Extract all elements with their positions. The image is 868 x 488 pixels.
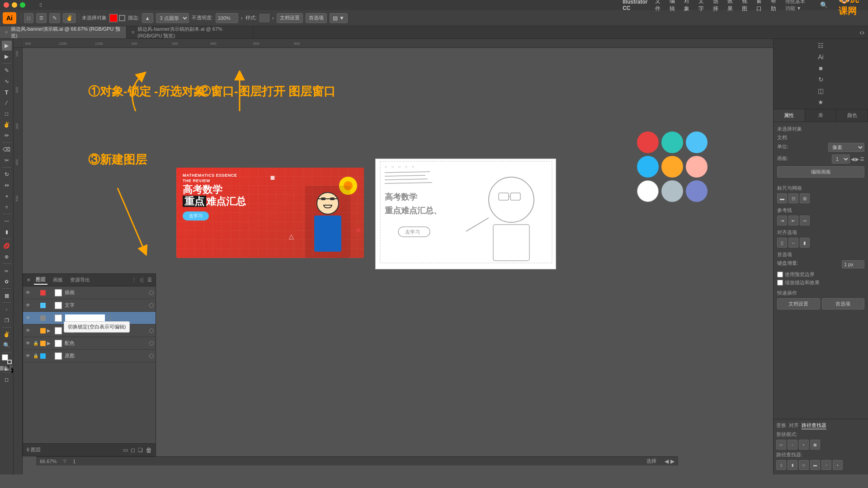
properties-icon[interactable]: ☷ bbox=[816, 41, 825, 51]
menu-object[interactable]: 对象 bbox=[684, 0, 691, 13]
layer-item-wenzi[interactable]: 👁 文字 bbox=[23, 299, 156, 312]
column-graph-tool[interactable]: ▩ bbox=[2, 291, 12, 300]
menu-select[interactable]: 选择 bbox=[713, 0, 720, 13]
workspace-selector[interactable]: 传统基本功能 ▼ bbox=[785, 0, 809, 12]
playback-end[interactable]: ▶ bbox=[670, 458, 675, 465]
pf-merge[interactable]: ▭ bbox=[799, 460, 809, 470]
panel-arrange-icon[interactable]: ‹› bbox=[859, 28, 864, 37]
eyedropper-tool[interactable]: 💋 bbox=[2, 241, 12, 251]
curvature-tool[interactable]: ∿ bbox=[2, 76, 12, 86]
layer-eye-editing[interactable]: 👁 bbox=[25, 315, 31, 320]
arrange-btn[interactable]: ▤ ▼ bbox=[330, 13, 348, 23]
toolbar-brush[interactable]: ✎ bbox=[49, 13, 60, 23]
unit-select[interactable]: 像素 bbox=[828, 143, 864, 152]
menu-edit[interactable]: 编辑 bbox=[670, 0, 677, 13]
guide-btn-2[interactable]: ⇤ bbox=[788, 216, 798, 225]
edit-template-button[interactable]: 编辑画板 bbox=[777, 166, 864, 178]
pf-trim[interactable]: ▮ bbox=[788, 460, 797, 470]
layer-eye-wenzi[interactable]: 👁 bbox=[25, 303, 31, 308]
layers-panel-expand-icon[interactable]: 〈〈 bbox=[140, 277, 144, 283]
maximize-button[interactable] bbox=[20, 2, 25, 8]
delete-layer-btn[interactable]: 🗑 bbox=[146, 446, 152, 454]
layer-item-editing[interactable]: 👁 bbox=[23, 312, 156, 324]
tab-properties[interactable]: 属性 bbox=[774, 109, 805, 122]
minimize-button[interactable] bbox=[12, 2, 17, 8]
menu-help[interactable]: 帮助 bbox=[771, 0, 778, 13]
playback-start[interactable]: ◀ bbox=[665, 458, 669, 465]
layer-name-input[interactable] bbox=[65, 314, 105, 322]
align-center-h[interactable]: ↔ bbox=[788, 238, 798, 248]
layer-lock-peise2[interactable]: 🔒 bbox=[33, 341, 39, 346]
guide-btn-1[interactable]: ⇥ bbox=[777, 216, 787, 225]
select-tool[interactable]: ▶ bbox=[2, 41, 12, 51]
pf-outline[interactable]: ▫ bbox=[821, 460, 831, 470]
app-name[interactable]: Illustrator CC bbox=[623, 0, 647, 11]
layers-close-icon[interactable]: ✕ bbox=[27, 277, 30, 282]
zoom-tool[interactable]: 🔍 bbox=[2, 340, 12, 350]
ruler-toggle[interactable]: ▬ bbox=[777, 193, 787, 203]
tab-artboards[interactable]: 画板 bbox=[51, 276, 65, 284]
warp-tool[interactable]: ⸻ bbox=[2, 216, 12, 226]
toolbar-pen[interactable]: ✌ bbox=[63, 13, 76, 23]
layer-eye-chua[interactable]: 👁 bbox=[25, 290, 31, 295]
preferences-btn[interactable]: 首选项 bbox=[306, 13, 327, 23]
snap-to-grid[interactable]: ⊞ bbox=[800, 193, 810, 203]
graph-tool[interactable]: ▮ bbox=[2, 227, 12, 237]
quick-doc-settings[interactable]: 文档设置 bbox=[777, 298, 820, 310]
measure-tool[interactable]: ⊕ bbox=[2, 252, 12, 262]
tab-asset-export[interactable]: 资源导出 bbox=[68, 276, 92, 284]
doc-settings-btn[interactable]: 文档设置 bbox=[277, 13, 303, 23]
align-right[interactable]: ▮ bbox=[800, 238, 810, 248]
layer-eye-peise1[interactable]: 👁 bbox=[25, 328, 31, 333]
none-mode-icon[interactable]: ✖ bbox=[10, 366, 14, 371]
search-icon[interactable]: 🔍 bbox=[820, 1, 828, 9]
artboard-options[interactable]: ☰ bbox=[860, 156, 864, 162]
close-button[interactable] bbox=[4, 2, 9, 8]
paintbrush-tool[interactable]: ✌ bbox=[2, 120, 12, 130]
menu-effect[interactable]: 效果 bbox=[727, 0, 735, 13]
align-tab[interactable]: 对齐 bbox=[789, 422, 799, 429]
eraser-tool[interactable]: ⌫ bbox=[2, 145, 12, 155]
toolbar-open[interactable]: ☰ bbox=[36, 13, 47, 23]
blend-tool[interactable]: ∞ bbox=[2, 266, 12, 276]
layers-panel-menu-icon[interactable]: ⋮ bbox=[132, 277, 137, 283]
pf-divide[interactable]: ▯ bbox=[776, 460, 786, 470]
layers-panel-options-icon[interactable]: ☰ bbox=[147, 277, 152, 283]
shape-intersect[interactable]: ▪ bbox=[799, 440, 809, 450]
scissors-tool[interactable]: ✂ bbox=[2, 155, 12, 165]
layer-item-peise1[interactable]: 👁 ▶ 配色 bbox=[23, 324, 156, 337]
layer-eye-peise2[interactable]: 👁 bbox=[25, 341, 31, 346]
use-preview-bounds-checkbox[interactable] bbox=[777, 272, 783, 277]
layer-expand-peise1[interactable]: ▶ bbox=[47, 328, 53, 333]
tab-layers[interactable]: 图层 bbox=[34, 275, 47, 285]
shape-select[interactable]: 3 点圆形 bbox=[156, 13, 189, 23]
tab-1[interactable]: ✕ 插边风-banner演示稿的副本.ai @ 67% (RGB/GPU 预览) bbox=[127, 26, 253, 38]
artboard-select[interactable]: 1 bbox=[832, 155, 850, 164]
artboard-prev[interactable]: ◀ bbox=[851, 156, 854, 162]
keyboard-increment-input[interactable] bbox=[842, 260, 864, 268]
layer-eye-yuantu[interactable]: 👁 bbox=[25, 353, 31, 358]
fill-color[interactable] bbox=[109, 14, 118, 22]
layer-item-yuantu[interactable]: 👁 🔒 原图 bbox=[23, 350, 156, 362]
align-left[interactable]: ▯ bbox=[777, 238, 787, 248]
change-screen-mode[interactable]: ◻ bbox=[2, 375, 12, 385]
artboard-tool[interactable]: ◦ bbox=[2, 305, 12, 314]
menu-file[interactable]: 文件 bbox=[655, 0, 662, 13]
transform-icon[interactable]: ◫ bbox=[816, 86, 825, 96]
artboard-next[interactable]: ▶ bbox=[855, 156, 859, 162]
duplicate-layer-btn[interactable]: ❏ bbox=[138, 447, 143, 453]
layer-item-chua[interactable]: 👁 插画 bbox=[23, 286, 156, 299]
direct-select-tool[interactable]: ▶ bbox=[2, 52, 12, 61]
rect-tool[interactable]: □ bbox=[2, 109, 12, 119]
color-icon[interactable]: ■ bbox=[817, 63, 824, 73]
zoom-level[interactable]: 66.67% bbox=[40, 459, 57, 464]
ai-assistant-icon[interactable]: Ai bbox=[816, 52, 825, 62]
canvas-area[interactable]: 300 1200 1100 100 200 400 500 600 100 20… bbox=[14, 39, 773, 474]
shape-exclude[interactable]: ▩ bbox=[810, 440, 820, 450]
pen-tool[interactable]: ✎ bbox=[2, 66, 12, 75]
layer-expand-peise2[interactable]: ▶ bbox=[47, 341, 53, 346]
menu-text[interactable]: 文字 bbox=[698, 0, 706, 13]
symbol-tool[interactable]: ✿ bbox=[2, 277, 12, 286]
tab-close-1[interactable]: ✕ bbox=[131, 30, 135, 35]
menu-view[interactable]: 视图 bbox=[742, 0, 749, 13]
